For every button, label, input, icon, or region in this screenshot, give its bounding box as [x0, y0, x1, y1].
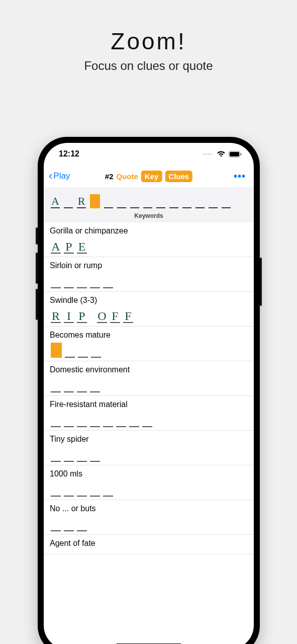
answer-slot[interactable]	[90, 379, 100, 392]
answer-slot[interactable]: O	[97, 310, 107, 323]
svg-rect-1	[230, 152, 239, 156]
answer-row[interactable]	[51, 273, 248, 288]
answer-slot[interactable]	[64, 275, 74, 288]
answer-row[interactable]	[51, 412, 248, 427]
clue-text: Gorilla or chimpanzee	[50, 226, 248, 235]
clue-text: 1000 mls	[50, 469, 248, 478]
answer-row[interactable]	[51, 447, 248, 462]
keyword-slot[interactable]	[143, 195, 152, 208]
status-bar: 12:12 ••••	[44, 143, 254, 165]
keyword-slot[interactable]	[222, 195, 231, 208]
clue-text: Swindle (3-3)	[50, 296, 248, 305]
promo-subtitle: Focus on clues or quote	[0, 59, 297, 73]
wifi-icon	[217, 150, 226, 157]
keyword-slot[interactable]	[195, 195, 205, 208]
keyword-slot[interactable]: A	[51, 195, 60, 208]
keyword-slot[interactable]	[117, 195, 126, 208]
answer-row[interactable]	[51, 343, 248, 358]
answer-slot[interactable]	[64, 414, 74, 427]
keywords-row[interactable]: AR	[51, 192, 247, 208]
answer-slot[interactable]	[142, 414, 152, 427]
answer-slot[interactable]: F	[110, 310, 120, 323]
answer-row[interactable]	[51, 377, 248, 392]
answer-slot[interactable]	[91, 345, 101, 358]
clue-item[interactable]: Agent of fate	[44, 535, 254, 554]
answer-slot[interactable]: A	[51, 240, 61, 254]
answer-slot[interactable]: R	[51, 310, 61, 323]
answer-slot[interactable]	[77, 414, 87, 427]
answer-row[interactable]: RIPOFF	[51, 308, 248, 323]
answer-slot[interactable]	[77, 484, 87, 497]
clue-text: Tiny spider	[50, 435, 248, 444]
keywords-section: AR Keywords	[44, 187, 254, 222]
answer-slot[interactable]: P	[64, 240, 74, 254]
answer-slot[interactable]: P	[77, 310, 87, 323]
clue-item[interactable]: No ... or buts	[44, 500, 254, 535]
more-button[interactable]: •••	[234, 171, 249, 182]
battery-icon	[229, 151, 242, 157]
answer-slot[interactable]: I	[64, 310, 74, 323]
answer-row[interactable]	[51, 516, 248, 531]
answer-slot[interactable]	[64, 379, 74, 392]
tab-quote[interactable]: Quote	[116, 172, 138, 181]
clue-list[interactable]: Gorilla or chimpanzeeAPESirloin or rumpS…	[44, 222, 254, 644]
answer-slot[interactable]	[77, 379, 87, 392]
answer-slot[interactable]	[51, 379, 61, 392]
answer-cursor-slot[interactable]	[51, 343, 62, 358]
clue-item[interactable]: Tiny spider	[44, 431, 254, 465]
clue-item[interactable]: Domestic environment	[44, 361, 254, 396]
answer-slot[interactable]	[90, 449, 100, 462]
answer-slot[interactable]	[103, 484, 113, 497]
clue-text: Fire-resistant material	[50, 400, 248, 409]
clue-item[interactable]: 1000 mls	[44, 465, 254, 500]
answer-slot[interactable]	[77, 275, 87, 288]
clue-item[interactable]: Fire-resistant material	[44, 396, 254, 431]
answer-slot[interactable]	[129, 414, 139, 427]
answer-slot[interactable]	[103, 275, 113, 288]
keyword-slot[interactable]	[64, 195, 73, 208]
answer-slot[interactable]	[116, 414, 126, 427]
answer-slot[interactable]	[51, 484, 61, 497]
keyword-slot[interactable]: R	[77, 195, 86, 208]
status-dots-icon: ••••	[203, 151, 213, 157]
answer-slot[interactable]	[90, 275, 100, 288]
answer-slot[interactable]	[64, 518, 74, 531]
answer-slot[interactable]	[77, 449, 87, 462]
back-button[interactable]: ‹ Play	[49, 171, 70, 182]
keyword-slot[interactable]	[169, 195, 178, 208]
keyword-slot[interactable]	[130, 195, 139, 208]
tab-clues[interactable]: Clues	[165, 171, 192, 182]
answer-slot[interactable]: F	[123, 310, 133, 323]
answer-slot[interactable]	[64, 484, 74, 497]
tab-key[interactable]: Key	[141, 171, 162, 182]
phone-side-button	[36, 253, 38, 284]
clue-text: Domestic environment	[50, 365, 248, 374]
answer-slot[interactable]	[65, 345, 75, 358]
clue-item[interactable]: Becomes mature	[44, 327, 254, 361]
answer-slot[interactable]	[103, 414, 113, 427]
keyword-slot[interactable]	[104, 195, 113, 208]
answer-slot[interactable]	[90, 484, 100, 497]
answer-slot[interactable]	[51, 518, 61, 531]
answer-slot[interactable]	[51, 414, 61, 427]
keyword-cursor-slot[interactable]	[90, 194, 100, 208]
clue-item[interactable]: Swindle (3-3)RIPOFF	[44, 292, 254, 327]
keyword-slot[interactable]	[209, 195, 218, 208]
clue-text: Sirloin or rump	[50, 261, 248, 270]
keyword-slot[interactable]	[156, 195, 165, 208]
chevron-left-icon: ‹	[49, 171, 52, 182]
answer-slot[interactable]	[51, 275, 61, 288]
clue-item[interactable]: Gorilla or chimpanzeeAPE	[44, 222, 254, 257]
phone-side-button	[260, 258, 262, 306]
answer-slot[interactable]	[78, 345, 88, 358]
answer-slot[interactable]: E	[77, 240, 87, 254]
answer-slot[interactable]	[77, 518, 87, 531]
answer-row[interactable]: APE	[51, 238, 248, 254]
status-time: 12:12	[59, 149, 79, 158]
answer-slot[interactable]	[51, 449, 61, 462]
answer-slot[interactable]	[64, 449, 74, 462]
clue-item[interactable]: Sirloin or rump	[44, 257, 254, 292]
keyword-slot[interactable]	[182, 195, 191, 208]
answer-row[interactable]	[51, 481, 248, 497]
answer-slot[interactable]	[90, 414, 100, 427]
